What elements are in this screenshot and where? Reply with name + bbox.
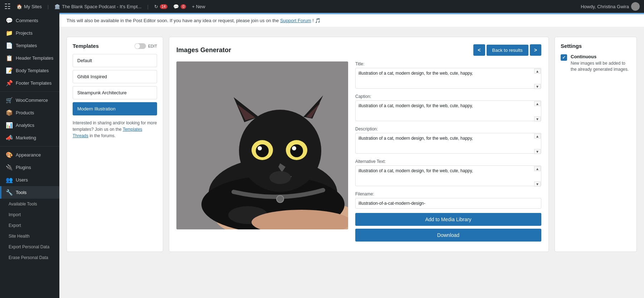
continuous-label: Continuous xyxy=(571,54,631,59)
user-menu[interactable]: Howdy, Christina Gwira xyxy=(581,2,640,11)
content-inner: Templates EDIT Default Ghibli Inspired xyxy=(59,27,644,258)
alt-text-textarea[interactable]: illustration of a cat, modern design, fo… xyxy=(355,165,541,186)
add-to-library-button[interactable]: Add to Media Library xyxy=(355,213,541,226)
sidebar-item-analytics[interactable]: 📊 Analytics xyxy=(0,119,59,131)
title-textarea[interactable]: illustration of a cat, modern design, fo… xyxy=(355,68,541,89)
toggle-switch[interactable] xyxy=(135,43,146,49)
body-templates-icon: 📝 xyxy=(6,67,13,74)
sidebar-item-projects[interactable]: 📁 Projects xyxy=(0,27,59,39)
sidebar-item-site-health[interactable]: Site Health xyxy=(0,231,59,242)
alt-text-scroll-up[interactable]: ▲ xyxy=(534,166,541,171)
caption-scroll-down[interactable]: ▼ xyxy=(534,116,541,121)
notice-suffix: ! 🎵 xyxy=(312,18,321,23)
svg-point-14 xyxy=(258,146,262,150)
sidebar-item-users[interactable]: 👥 Users xyxy=(0,174,59,186)
sidebar-item-marketing[interactable]: 📣 Marketing xyxy=(0,131,59,144)
woocommerce-icon: 🛒 xyxy=(6,97,13,104)
download-button[interactable]: Download xyxy=(355,229,541,242)
sidebar-item-header-templates[interactable]: 📋 Header Templates xyxy=(0,52,59,64)
sidebar-item-products[interactable]: 📦 Products xyxy=(0,106,59,119)
cat-illustration xyxy=(176,61,348,229)
description-field-label: Description: xyxy=(355,126,541,131)
template-option-steampunk[interactable]: Steampunk Architecture xyxy=(73,86,157,99)
template-option-default[interactable]: Default xyxy=(73,54,157,67)
templates-panel-title: Templates xyxy=(73,43,99,49)
comments-link[interactable]: 💬 0 xyxy=(173,4,186,9)
my-sites-label: My Sites xyxy=(24,4,42,9)
field-group-alt-text: Alternative Text: illustration of a cat,… xyxy=(355,159,541,187)
settings-panel: Settings Continuous New images will be a… xyxy=(555,37,637,252)
export-label: Export xyxy=(9,223,21,228)
sidebar-label-tools: Tools xyxy=(16,190,26,195)
sidebar-item-available-tools[interactable]: Available Tools xyxy=(0,199,59,209)
title-scroll-arrows: ▲ ▼ xyxy=(534,69,541,89)
erase-personal-data-label: Erase Personal Data xyxy=(9,255,48,260)
sidebar-item-appearance[interactable]: 🎨 Appearance xyxy=(0,149,59,161)
svg-point-20 xyxy=(277,195,284,203)
sidebar-item-import[interactable]: Import xyxy=(0,209,59,220)
new-content-link[interactable]: + New xyxy=(192,4,205,9)
title-scroll-down[interactable]: ▼ xyxy=(534,84,541,89)
back-to-results-button[interactable]: Back to results xyxy=(487,45,528,56)
image-preview xyxy=(176,61,348,229)
page-layout: Templates EDIT Default Ghibli Inspired xyxy=(67,37,637,252)
footer-templates-icon: 📌 xyxy=(6,80,13,86)
templates-panel-header: Templates EDIT xyxy=(73,43,157,49)
users-icon: 👥 xyxy=(6,177,13,183)
field-group-title: Title: illustration of a cat, modern des… xyxy=(355,61,541,90)
template-option-modern[interactable]: Modern Illustration xyxy=(73,102,157,115)
settings-continuous-option: Continuous New images will be added to t… xyxy=(561,54,631,73)
field-group-filename: Filename: xyxy=(355,192,541,209)
sidebar-label-woocommerce: WooCommerce xyxy=(16,98,48,103)
sidebar-item-plugins[interactable]: 🔌 Plugins xyxy=(0,161,59,174)
template-option-ghibli[interactable]: Ghibli Inspired xyxy=(73,70,157,83)
site-icon: 🏛️ xyxy=(54,4,60,9)
continuous-checkbox[interactable] xyxy=(561,54,567,61)
my-sites-menu[interactable]: 🏠 My Sites xyxy=(16,4,42,9)
filename-input[interactable] xyxy=(355,198,541,209)
site-name-link[interactable]: 🏛️ The Blank Space Podcast - It's Empt..… xyxy=(54,4,141,9)
updates-link[interactable]: ↻ 14 xyxy=(154,4,167,9)
caption-scroll-up[interactable]: ▲ xyxy=(534,101,541,106)
field-group-caption: Caption: illustration of a cat, modern d… xyxy=(355,94,541,122)
prev-button[interactable]: < xyxy=(473,44,485,56)
caption-scroll-arrows: ▲ ▼ xyxy=(534,101,541,121)
caption-textarea[interactable]: illustration of a cat, modern design, fo… xyxy=(355,100,541,121)
bar-separator-1: | xyxy=(48,4,49,9)
svg-point-16 xyxy=(290,144,303,157)
projects-icon: 📁 xyxy=(6,30,13,36)
template-default-label: Default xyxy=(77,58,92,63)
svg-point-19 xyxy=(269,171,291,184)
settings-title: Settings xyxy=(561,43,631,49)
toggle-edit[interactable]: EDIT xyxy=(135,43,157,49)
sidebar-label-footer-templates: Footer Templates xyxy=(16,80,52,86)
svg-point-13 xyxy=(256,144,269,157)
refresh-icon: ↻ xyxy=(154,4,158,9)
sidebar-item-erase-personal-data[interactable]: Erase Personal Data xyxy=(0,252,59,263)
sidebar-item-tools[interactable]: 🔧 Tools xyxy=(0,186,59,199)
sidebar-item-body-templates[interactable]: 📝 Body Templates xyxy=(0,64,59,77)
nav-buttons: < Back to results > xyxy=(473,44,541,56)
sidebar-item-templates[interactable]: 📄 Templates xyxy=(0,39,59,52)
caption-textarea-wrap: illustration of a cat, modern design, fo… xyxy=(355,100,541,122)
sidebar-item-export-personal-data[interactable]: Export Personal Data xyxy=(0,242,59,252)
support-forum-link[interactable]: Support Forum xyxy=(280,18,311,23)
header-templates-icon: 📋 xyxy=(6,55,13,61)
alt-text-scroll-down[interactable]: ▼ xyxy=(534,182,541,187)
sidebar-label-analytics: Analytics xyxy=(16,123,34,128)
description-textarea[interactable]: illustration of a cat, modern design, fo… xyxy=(355,133,541,154)
edit-label: EDIT xyxy=(148,44,157,48)
sidebar-item-export[interactable]: Export xyxy=(0,220,59,231)
sidebar-item-comments[interactable]: 💬 Comments xyxy=(0,14,59,27)
description-scroll-up[interactable]: ▲ xyxy=(534,134,541,139)
site-name-label: The Blank Space Podcast - It's Empt... xyxy=(62,4,141,9)
sidebar-item-woocommerce[interactable]: 🛒 WooCommerce xyxy=(0,94,59,106)
alt-text-textarea-wrap: illustration of a cat, modern design, fo… xyxy=(355,165,541,187)
title-scroll-up[interactable]: ▲ xyxy=(534,69,541,74)
next-button[interactable]: > xyxy=(530,44,541,56)
sidebar-item-footer-templates[interactable]: 📌 Footer Templates xyxy=(0,77,59,89)
plugins-icon: 🔌 xyxy=(6,164,13,171)
home-icon: 🏠 xyxy=(16,4,22,9)
description-scroll-down[interactable]: ▼ xyxy=(534,149,541,154)
export-personal-data-label: Export Personal Data xyxy=(9,244,49,249)
